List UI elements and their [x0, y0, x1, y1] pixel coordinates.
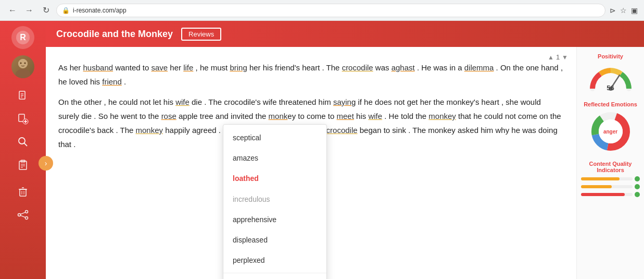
header-title: Crocodile and the Monkey	[56, 29, 173, 40]
quality-bar-row-3	[581, 192, 640, 197]
sidebar-item-document[interactable]	[14, 87, 32, 105]
quality-dot	[635, 176, 640, 181]
main-content: › ▲ 1 ▼ As her husband wanted to save he…	[46, 47, 644, 279]
emotions-donut: anger	[590, 111, 632, 152]
reload-button[interactable]: ↻	[40, 4, 52, 17]
sidebar-item-search[interactable]	[14, 132, 32, 151]
text-panel: ▲ 1 ▼ As her husband wanted to save her …	[46, 47, 576, 279]
emotions-label: Reflected Emotions	[584, 101, 637, 107]
svg-point-6	[24, 63, 26, 64]
address-bar[interactable]: 🔒 i-resonate.com/app	[56, 4, 605, 17]
quality-bar-track	[581, 193, 633, 196]
quality-bar-fill	[581, 193, 625, 196]
svg-text:R: R	[20, 33, 26, 42]
menu-item-more-similar[interactable]: A More similar words...	[223, 275, 326, 279]
app-container: R	[0, 21, 644, 279]
sidebar-item-add-document[interactable]	[14, 110, 32, 128]
app-header: Crocodile and the Monkey Reviews	[46, 21, 644, 47]
svg-point-4	[18, 59, 28, 68]
browser-chrome: ← → ↻ 🔒 i-resonate.com/app ⊳ ☆ ▣	[0, 0, 644, 21]
menu-item-label: amazes	[233, 152, 258, 165]
svg-point-29	[26, 217, 28, 220]
menu-item-label: displeased	[233, 234, 268, 247]
svg-line-31	[20, 215, 25, 217]
next-page-button[interactable]: ▼	[562, 54, 568, 61]
lock-icon: 🔒	[62, 7, 70, 14]
menu-item-amazes[interactable]: amazes	[223, 148, 326, 168]
quality-section: Content Quality Indicators	[581, 161, 640, 197]
svg-point-28	[18, 214, 21, 216]
menu-item-label: perplexed	[233, 254, 265, 267]
emotions-section: Reflected Emotions anger	[581, 101, 640, 152]
svg-rect-18	[21, 160, 25, 162]
prev-page-button[interactable]: ▲	[548, 54, 554, 61]
sidebar: R	[0, 21, 46, 279]
svg-point-5	[20, 63, 22, 64]
word-dilemma: dilemma	[464, 63, 494, 72]
cast-icon[interactable]: ⊳	[610, 6, 616, 15]
sidebar-item-share[interactable]	[14, 205, 32, 224]
quality-bar-row-1	[581, 176, 640, 181]
positivity-value: 56	[607, 84, 614, 92]
quality-bar-row-2	[581, 184, 640, 189]
avatar[interactable]	[11, 55, 34, 78]
menu-item-label: apprehensive	[233, 213, 276, 226]
word-life: life	[183, 63, 193, 72]
word-crocodile-2: crocodile	[326, 126, 358, 135]
menu-item-displeased[interactable]: displeased	[223, 230, 326, 250]
positivity-section: Positivity 56	[581, 53, 640, 93]
page-number: 1	[556, 51, 560, 63]
expand-arrow[interactable]: ›	[39, 156, 53, 171]
emotions-center-label: anger	[603, 129, 617, 135]
quality-bar-fill	[581, 177, 620, 180]
quality-label: Content Quality Indicators	[581, 161, 640, 173]
right-panel: Positivity 56	[576, 47, 644, 279]
menu-item-label: loathed	[233, 172, 259, 185]
word-monkey-2: monkey	[136, 126, 163, 135]
forward-button[interactable]: →	[23, 4, 35, 17]
quality-bar-track	[581, 185, 633, 188]
context-menu: sceptical amazes loathed incredulous app…	[223, 124, 327, 279]
menu-item-sceptical[interactable]: sceptical	[223, 128, 326, 148]
bookmark-icon[interactable]: ☆	[620, 6, 627, 15]
word-monkey-1: monkey	[428, 112, 456, 120]
menu-item-incredulous[interactable]: incredulous	[223, 189, 326, 210]
paragraph-1: As her husband wanted to save her life ,…	[58, 60, 564, 89]
word-save: save	[151, 63, 168, 72]
menu-divider	[223, 273, 326, 273]
back-button[interactable]: ←	[6, 4, 19, 17]
quality-bar-track	[581, 177, 633, 180]
word-meet: meet	[337, 112, 354, 120]
sidebar-item-clipboard[interactable]	[14, 155, 32, 174]
svg-rect-22	[20, 189, 26, 196]
svg-line-30	[20, 212, 25, 214]
svg-point-15	[19, 138, 25, 144]
word-monk: monk	[269, 112, 288, 120]
menu-item-perplexed[interactable]: perplexed	[223, 250, 326, 271]
app-logo: R	[11, 26, 34, 49]
quality-bars	[581, 176, 640, 197]
svg-point-27	[26, 211, 28, 213]
positivity-gauge: 56	[587, 63, 634, 93]
menu-icon[interactable]: ▣	[631, 6, 638, 15]
menu-item-label: incredulous	[233, 193, 270, 206]
positivity-label: Positivity	[598, 53, 623, 59]
quality-dot	[635, 192, 640, 197]
word-crocodile-1: crocodile	[342, 63, 373, 72]
reviews-button[interactable]: Reviews	[181, 28, 221, 41]
word-wife-2: wife	[368, 112, 382, 120]
pagination: ▲ 1 ▼	[548, 51, 568, 63]
sidebar-item-trash[interactable]	[14, 183, 32, 201]
svg-line-16	[24, 143, 28, 147]
menu-item-label: sceptical	[233, 131, 261, 144]
word-rose: rose	[161, 112, 176, 120]
menu-item-loathed[interactable]: loathed	[223, 168, 326, 189]
word-aghast: aghast	[392, 63, 415, 72]
quality-dot	[635, 184, 640, 189]
word-saying: sayin	[333, 98, 351, 106]
svg-point-3	[16, 69, 30, 78]
word-friend-1: friend	[102, 77, 122, 86]
url-text: i-resonate.com/app	[73, 7, 127, 14]
menu-item-apprehensive[interactable]: apprehensive	[223, 210, 326, 230]
word-husband: husband	[83, 63, 113, 72]
